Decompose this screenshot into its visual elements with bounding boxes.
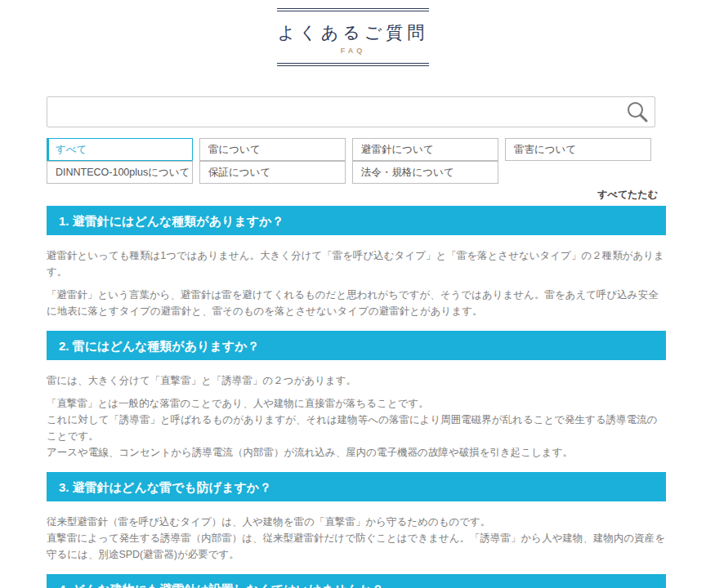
faq-answer-paragraph: 従来型避雷針（雷を呼び込むタイプ）は、人や建物を雷の「直撃雷」から守るためのもの…	[47, 514, 666, 563]
tab-warranty[interactable]: 保証について	[199, 161, 346, 184]
faq-page: よくあるご質問 FAQ すべて 雷について 避雷針について 雷害について DIN…	[0, 8, 706, 588]
search-input[interactable]	[47, 96, 655, 127]
content-area: すべて 雷について 避雷針について 雷害について DINNTECO-100plu…	[47, 96, 666, 588]
tab-all[interactable]: すべて	[47, 138, 193, 161]
faq-answer-paragraph: 「避雷針」という言葉から、避雷針は雷を避けてくれるものだと思われがちですが、そう…	[47, 287, 666, 319]
faq-answer-paragraph: 「直撃雷」とは一般的な落雷のことであり、人や建物に直接雷が落ちることです。 これ…	[47, 395, 666, 461]
faq-answer-paragraph: 雷には、大きく分けて「直撃雷」と「誘導雷」の２つがあります。	[47, 372, 666, 389]
tab-lightning-damage[interactable]: 雷害について	[505, 138, 651, 161]
tab-lightning[interactable]: 雷について	[199, 138, 346, 161]
faq-question-3[interactable]: 3. 避雷針はどんな雷でも防げますか？	[47, 472, 666, 501]
faq-answer-paragraph: 避雷針といっても種類は1つではありません。大きく分けて「雷を呼び込むタイプ」と「…	[47, 247, 666, 280]
faq-answer-1: 避雷針といっても種類は1つではありません。大きく分けて「雷を呼び込むタイプ」と「…	[47, 247, 666, 319]
faq-list: 1. 避雷針にはどんな種類がありますか？ 避雷針といっても種類は1つではありませ…	[47, 206, 666, 588]
faq-answer-3: 従来型避雷針（雷を呼び込むタイプ）は、人や建物を雷の「直撃雷」から守るためのもの…	[47, 514, 666, 563]
faq-question-1[interactable]: 1. 避雷針にはどんな種類がありますか？	[47, 206, 666, 235]
header-bottom-rule	[277, 63, 429, 66]
tab-dinnteco-100plus[interactable]: DINNTECO-100plusについて	[47, 161, 193, 184]
faq-item: 4. どんな建物にも避雷針は設置しなくてはいけませんか？ 日本では法的に避雷針の…	[47, 574, 666, 588]
faq-item: 1. 避雷針にはどんな種類がありますか？ 避雷針といっても種類は1つではありませ…	[47, 206, 666, 319]
tab-lightning-rod[interactable]: 避雷針について	[352, 138, 498, 161]
category-tabs: すべて 雷について 避雷針について 雷害について DINNTECO-100plu…	[47, 138, 651, 184]
faq-item: 3. 避雷針はどんな雷でも防げますか？ 従来型避雷針（雷を呼び込むタイプ）は、人…	[47, 472, 666, 563]
page-subtitle: FAQ	[277, 47, 429, 55]
search-bar	[47, 96, 655, 127]
page-header: よくあるご質問 FAQ	[277, 8, 429, 66]
faq-item: 2. 雷にはどんな種類がありますか？ 雷には、大きく分けて「直撃雷」と「誘導雷」…	[47, 331, 666, 461]
collapse-all-link[interactable]: すべてたたむ	[47, 188, 658, 202]
header-top-rule	[277, 8, 429, 11]
faq-question-4[interactable]: 4. どんな建物にも避雷針は設置しなくてはいけませんか？	[47, 574, 666, 588]
search-icon[interactable]	[626, 100, 649, 123]
page-title: よくあるご質問	[277, 21, 429, 44]
faq-question-2[interactable]: 2. 雷にはどんな種類がありますか？	[47, 331, 666, 360]
faq-answer-2: 雷には、大きく分けて「直撃雷」と「誘導雷」の２つがあります。 「直撃雷」とは一般…	[47, 372, 666, 461]
tab-laws-standards[interactable]: 法令・規格について	[352, 161, 498, 184]
